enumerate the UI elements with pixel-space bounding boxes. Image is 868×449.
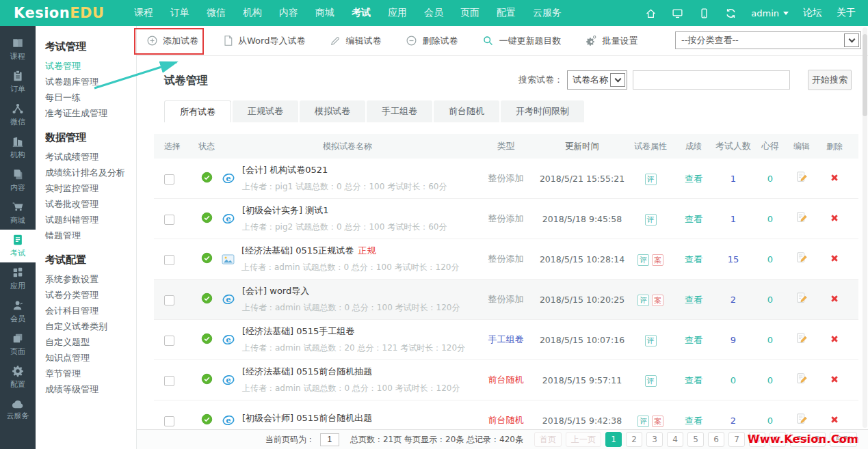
select-arrow-button[interactable] xyxy=(844,33,859,47)
sidebar-item[interactable]: 实时监控管理 xyxy=(36,180,136,196)
top-menu-item[interactable]: 会员 xyxy=(424,7,443,19)
current-page-input[interactable] xyxy=(320,433,339,446)
rail-item[interactable]: 课程 xyxy=(0,33,36,66)
sidebar-item[interactable]: 知识点管理 xyxy=(36,350,136,366)
page-button[interactable]: 首页 xyxy=(534,432,562,447)
rail-item[interactable]: 页面 xyxy=(0,328,36,361)
sidebar-item[interactable]: 试卷题库管理 xyxy=(36,74,136,90)
delete-icon[interactable] xyxy=(830,173,839,182)
rail-item[interactable]: 微信 xyxy=(0,98,36,131)
scrollbar-thumb[interactable] xyxy=(863,34,867,116)
toolbar-button[interactable]: 删除试卷 xyxy=(406,35,458,47)
score-view-link[interactable]: 查看 xyxy=(685,416,702,426)
rail-item[interactable]: 考试 xyxy=(0,230,36,262)
page-button[interactable]: 3 xyxy=(646,432,663,447)
score-view-link[interactable]: 查看 xyxy=(685,295,702,305)
score-view-link[interactable]: 查看 xyxy=(685,375,702,385)
score-view-link[interactable]: 查看 xyxy=(685,254,702,264)
scrollbar[interactable] xyxy=(863,27,867,428)
sidebar-item[interactable]: 成绩统计排名及分析 xyxy=(36,165,136,180)
page-button[interactable]: 5 xyxy=(687,432,704,447)
toolbar-button[interactable]: 一键更新题目数 xyxy=(482,35,561,47)
rail-item[interactable]: 应用 xyxy=(0,262,36,295)
sidebar-item[interactable]: 试题纠错管理 xyxy=(36,212,136,228)
row-checkbox[interactable] xyxy=(164,376,174,386)
page-button[interactable]: 6 xyxy=(708,432,724,447)
home-icon[interactable] xyxy=(645,8,657,19)
sidebar-item[interactable]: 章节管理 xyxy=(36,366,136,381)
page-button[interactable]: 2 xyxy=(626,432,642,447)
page-button[interactable]: 上一页 xyxy=(566,432,601,447)
delete-icon[interactable] xyxy=(830,294,839,303)
sidebar-item[interactable]: 试卷管理 xyxy=(36,58,136,74)
sidebar-item[interactable]: 准考证生成管理 xyxy=(36,105,136,121)
rail-item[interactable]: 云服务 xyxy=(0,394,36,426)
edit-icon[interactable] xyxy=(795,332,808,344)
top-menu-item[interactable]: 内容 xyxy=(279,7,298,19)
rail-item[interactable]: 配置 xyxy=(0,361,36,394)
sidebar-item[interactable]: 自定义题型 xyxy=(36,334,136,350)
mobile-icon[interactable] xyxy=(698,8,710,19)
edit-icon[interactable] xyxy=(795,292,808,304)
search-input[interactable] xyxy=(633,70,790,90)
about-link[interactable]: 关于 xyxy=(837,7,856,19)
rail-item[interactable]: 会员 xyxy=(0,295,36,328)
rail-item[interactable]: 商城 xyxy=(0,197,36,230)
sync-icon[interactable] xyxy=(725,8,737,19)
score-view-link[interactable]: 查看 xyxy=(685,214,702,224)
toolbar-button[interactable]: 从Word导入试卷 xyxy=(223,35,305,47)
tab[interactable]: 模拟试卷 xyxy=(300,100,365,122)
top-menu-item[interactable]: 订单 xyxy=(170,7,189,19)
top-menu-item[interactable]: 课程 xyxy=(134,7,153,19)
top-menu-item[interactable]: 机构 xyxy=(243,7,262,19)
edit-icon[interactable] xyxy=(795,171,808,183)
category-filter-select[interactable]: --按分类查看-- xyxy=(675,31,861,49)
row-checkbox[interactable] xyxy=(164,336,174,346)
sidebar-item[interactable]: 错题管理 xyxy=(36,228,136,243)
tab[interactable]: 手工组卷 xyxy=(367,100,432,122)
sidebar-item[interactable]: 试卷批改管理 xyxy=(36,196,136,212)
page-button[interactable]: 1 xyxy=(605,432,622,447)
top-menu-item[interactable]: 微信 xyxy=(207,7,226,19)
row-checkbox[interactable] xyxy=(164,416,174,426)
page-button[interactable]: 7 xyxy=(728,432,745,447)
top-menu-item[interactable]: 页面 xyxy=(460,7,479,19)
row-checkbox[interactable] xyxy=(164,255,174,265)
sidebar-item[interactable]: 成绩等级管理 xyxy=(36,381,136,397)
page-button[interactable]: 4 xyxy=(667,432,683,447)
sidebar-item[interactable]: 自定义试卷类别 xyxy=(36,318,136,334)
sidebar-item[interactable]: 每日一练 xyxy=(36,90,136,105)
delete-icon[interactable] xyxy=(830,254,839,263)
search-field-select[interactable]: 试卷名称 xyxy=(567,70,627,90)
edit-icon[interactable] xyxy=(795,372,808,385)
toolbar-button[interactable]: 批量设置 xyxy=(586,35,637,47)
sidebar-item[interactable]: 考试成绩管理 xyxy=(36,149,136,165)
top-menu-item[interactable]: 应用 xyxy=(388,7,407,19)
delete-icon[interactable] xyxy=(830,213,839,223)
select-arrow-button[interactable] xyxy=(610,73,625,87)
top-menu-item[interactable]: 云服务 xyxy=(533,7,562,19)
edit-icon[interactable] xyxy=(795,211,808,223)
rail-item[interactable]: 内容 xyxy=(0,164,36,197)
tab[interactable]: 正规试卷 xyxy=(233,100,298,122)
toolbar-button[interactable]: 编辑试卷 xyxy=(330,35,381,47)
sidebar-item[interactable]: 系统参数设置 xyxy=(36,271,136,287)
user-menu[interactable]: admin xyxy=(751,8,789,18)
row-checkbox[interactable] xyxy=(164,174,174,185)
score-view-link[interactable]: 查看 xyxy=(685,335,702,345)
sidebar-item[interactable]: 会计科目管理 xyxy=(36,303,136,318)
monitor-icon[interactable] xyxy=(672,8,683,19)
delete-icon[interactable] xyxy=(830,375,839,384)
score-view-link[interactable]: 查看 xyxy=(685,174,702,184)
row-checkbox[interactable] xyxy=(164,215,174,225)
tab[interactable]: 开考时间限制 xyxy=(501,100,584,122)
app-logo[interactable]: KesionEDU xyxy=(0,5,134,21)
search-button[interactable]: 开始搜索 xyxy=(808,70,852,90)
tab[interactable]: 所有试卷 xyxy=(164,100,231,122)
edit-icon[interactable] xyxy=(795,413,808,425)
delete-icon[interactable] xyxy=(830,334,839,344)
top-menu-item[interactable]: 配置 xyxy=(497,7,516,19)
toolbar-button[interactable]: 添加试卷 xyxy=(146,35,198,47)
tab[interactable]: 前台随机 xyxy=(434,100,499,122)
rail-item[interactable]: 机构 xyxy=(0,131,36,164)
